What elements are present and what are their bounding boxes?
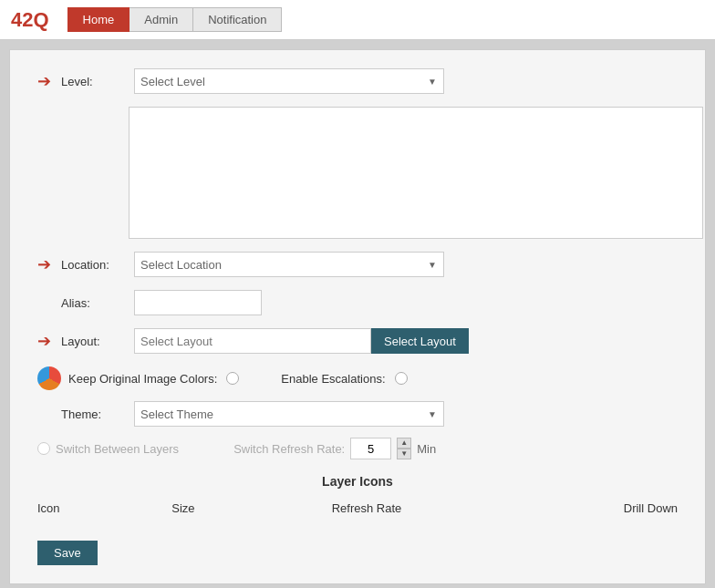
col-drill-down: Drill Down xyxy=(493,498,678,519)
refresh-rate-down-button[interactable]: ▼ xyxy=(397,449,411,459)
layout-input-group: Select Layout xyxy=(134,328,469,354)
switch-row: Switch Between Layers Switch Refresh Rat… xyxy=(37,438,678,459)
save-button[interactable]: Save xyxy=(37,541,98,565)
alias-input[interactable] xyxy=(134,290,262,315)
col-size: Size xyxy=(127,498,240,519)
layer-icons-table: Icon Size Refresh Rate Drill Down xyxy=(37,498,678,519)
escalations-radio[interactable] xyxy=(395,372,408,385)
refresh-rate-input[interactable]: 5 xyxy=(350,438,391,459)
location-select-wrapper: Select Location xyxy=(134,252,444,277)
main-content: ➔ Level: Select Level ➔ Location: Select… xyxy=(9,49,706,584)
min-label: Min xyxy=(417,442,436,456)
level-arrow-icon: ➔ xyxy=(37,71,56,91)
refresh-rate-up-button[interactable]: ▲ xyxy=(397,438,411,449)
layout-input[interactable] xyxy=(134,328,371,354)
image-colors-label: Keep Original Image Colors: xyxy=(68,372,217,386)
layer-icons-table-header: Icon Size Refresh Rate Drill Down xyxy=(37,498,678,519)
col-refresh-rate: Refresh Rate xyxy=(240,498,493,519)
location-label: Location: xyxy=(61,258,134,272)
tab-notification[interactable]: Notification xyxy=(193,7,282,32)
alias-row: ➔ Alias: xyxy=(37,290,678,315)
layer-icons-title: Layer Icons xyxy=(37,474,678,489)
header: 42Q Home Admin Notification xyxy=(0,0,715,40)
level-select[interactable]: Select Level xyxy=(134,68,444,94)
theme-label: Theme: xyxy=(61,407,134,421)
escalations-group: Enable Escalations: xyxy=(281,372,412,386)
refresh-rate-label: Switch Refresh Rate: xyxy=(233,442,345,456)
location-arrow-icon: ➔ xyxy=(37,254,56,274)
layout-row: ➔ Layout: Select Layout xyxy=(37,328,678,354)
level-row: ➔ Level: Select Level xyxy=(37,68,678,94)
alias-label: Alias: xyxy=(61,296,134,310)
select-layout-button[interactable]: Select Layout xyxy=(371,328,469,354)
theme-select[interactable]: Select Theme xyxy=(134,401,444,427)
col-icon: Icon xyxy=(37,498,127,519)
switch-layers-label: Switch Between Layers xyxy=(56,442,179,456)
theme-select-wrapper: Select Theme xyxy=(134,401,444,427)
color-icon xyxy=(37,366,61,390)
logo-text: 42Q xyxy=(11,8,49,31)
layer-icons-section: Layer Icons Icon Size Refresh Rate Drill… xyxy=(37,474,678,519)
app-wrapper: 42Q Home Admin Notification ➔ Level: Sel… xyxy=(0,0,715,588)
image-colors-radio[interactable] xyxy=(226,372,239,385)
layout-label: Layout: xyxy=(61,335,134,348)
location-select[interactable]: Select Location xyxy=(134,252,444,277)
tab-home[interactable]: Home xyxy=(67,7,130,32)
level-label: Level: xyxy=(61,75,134,88)
escalations-label: Enable Escalations: xyxy=(281,372,385,386)
image-colors-row: Keep Original Image Colors: Enable Escal… xyxy=(37,366,678,390)
theme-row: ➔ Theme: Select Theme xyxy=(37,401,678,427)
location-row: ➔ Location: Select Location xyxy=(37,252,678,277)
refresh-rate-group: Switch Refresh Rate: 5 ▲ ▼ Min xyxy=(233,438,436,459)
level-select-wrapper: Select Level xyxy=(134,68,444,94)
switch-layers-radio[interactable] xyxy=(37,442,50,455)
refresh-rate-spinner: ▲ ▼ xyxy=(397,438,411,459)
level-content-area xyxy=(129,107,703,239)
nav-tabs: Home Admin Notification xyxy=(67,7,283,32)
layout-arrow-icon: ➔ xyxy=(37,331,56,351)
alias-arrow-spacer: ➔ xyxy=(37,293,56,313)
theme-arrow-spacer: ➔ xyxy=(37,404,56,424)
logo: 42Q xyxy=(11,8,49,32)
tab-admin[interactable]: Admin xyxy=(130,7,193,32)
